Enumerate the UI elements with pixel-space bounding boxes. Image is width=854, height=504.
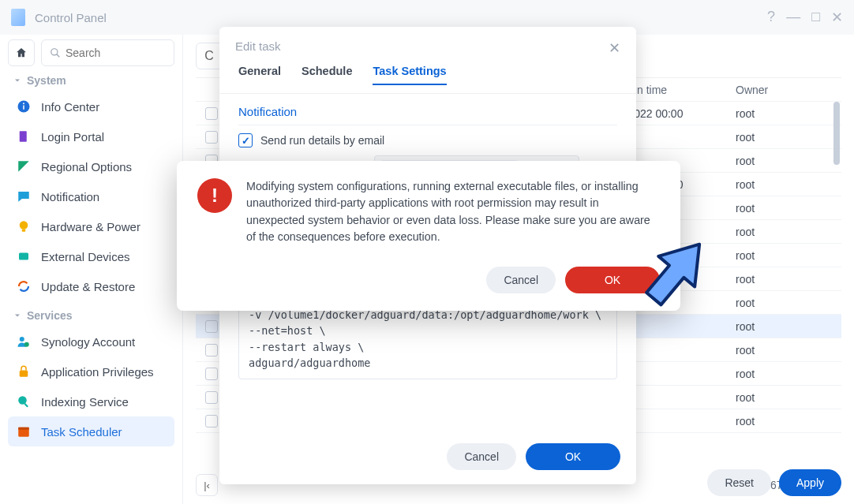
dialog-title: Edit task: [235, 39, 281, 57]
sidebar-item-task-scheduler[interactable]: Task Scheduler: [8, 416, 174, 446]
calendar-icon: [16, 424, 32, 439]
apply-button[interactable]: Apply: [779, 469, 841, 496]
notification-heading: Notification: [238, 105, 617, 118]
sidebar-item-label: Task Scheduler: [41, 425, 122, 439]
sidebar-item-label: Hardware & Power: [41, 220, 140, 233]
chevron-down-icon: [13, 76, 22, 85]
row-checkbox[interactable]: [205, 368, 218, 380]
cell-owner: root: [736, 178, 838, 191]
close-icon[interactable]: ✕: [831, 9, 843, 26]
cell-owner: root: [736, 155, 838, 167]
dialog-close-icon[interactable]: ✕: [609, 39, 620, 57]
toolbar-button[interactable]: C: [196, 43, 223, 69]
sync-icon: [16, 278, 32, 294]
sidebar-item-external-devices[interactable]: External Devices: [8, 241, 174, 271]
lock-icon: [16, 364, 32, 379]
row-checkbox[interactable]: [205, 320, 218, 333]
cell-owner: root: [736, 297, 838, 309]
chevron-down-icon: [13, 311, 22, 320]
row-checkbox[interactable]: [205, 344, 218, 357]
cell-owner: root: [736, 368, 838, 380]
bulb-icon: [16, 218, 32, 234]
row-checkbox[interactable]: [205, 107, 218, 120]
chat-icon: [16, 189, 32, 204]
svg-point-10: [24, 342, 29, 347]
sidebar-item-application-privileges[interactable]: Application Privileges: [8, 357, 174, 386]
cell-owner: root: [736, 249, 838, 262]
sidebar-item-label: Notification: [41, 190, 99, 203]
sidebar-item-label: Info Center: [41, 100, 99, 114]
cell-owner: root: [736, 202, 838, 215]
cell-owner: root: [736, 320, 838, 333]
col-owner[interactable]: Owner: [736, 84, 838, 96]
divider: [238, 125, 617, 125]
sidebar-item-indexing-service[interactable]: Indexing Service: [8, 386, 174, 416]
tab-task-settings[interactable]: Task Settings: [373, 65, 446, 85]
edit-cancel-button[interactable]: Cancel: [447, 443, 516, 470]
reset-button[interactable]: Reset: [707, 469, 771, 496]
sidebar-item-hardware-power[interactable]: Hardware & Power: [8, 211, 174, 241]
sidebar-item-login-portal[interactable]: Login Portal: [8, 121, 174, 151]
svg-point-9: [20, 337, 24, 342]
sidebar-item-regional[interactable]: Regional Options: [8, 151, 174, 181]
cell-owner: root: [736, 391, 838, 404]
home-icon: [15, 47, 28, 59]
scrollbar-thumb[interactable]: [833, 102, 840, 165]
svg-rect-15: [18, 427, 29, 430]
svg-rect-13: [24, 403, 28, 407]
app-icon: [11, 9, 25, 26]
cell-owner: root: [736, 131, 838, 144]
cell-owner: root: [736, 415, 838, 427]
section-label: Services: [27, 309, 73, 322]
svg-point-12: [18, 396, 27, 405]
svg-rect-5: [20, 131, 27, 142]
minimize-icon[interactable]: ―: [786, 9, 800, 26]
cell-owner: root: [736, 273, 838, 286]
send-email-checkbox[interactable]: ✓: [238, 133, 253, 147]
svg-point-4: [23, 103, 24, 104]
svg-rect-3: [23, 106, 24, 110]
cell-owner: root: [736, 344, 838, 357]
svg-rect-11: [20, 371, 28, 377]
sidebar-item-info-center[interactable]: Info Center: [8, 91, 174, 121]
cell-owner: root: [736, 107, 838, 120]
search-icon: [50, 47, 61, 58]
sidebar-item-synology-account[interactable]: Synology Account: [8, 327, 174, 357]
sidebar-item-label: Synology Account: [41, 335, 135, 349]
tab-schedule[interactable]: Schedule: [302, 65, 352, 85]
warn-ok-button[interactable]: OK: [565, 267, 660, 293]
row-checkbox[interactable]: [205, 131, 218, 144]
usb-icon: [16, 248, 32, 264]
row-checkbox[interactable]: [205, 391, 218, 404]
tab-general[interactable]: General: [238, 65, 281, 85]
section-system[interactable]: System: [13, 74, 170, 87]
sidebar-item-label: Regional Options: [41, 160, 132, 174]
sidebar-item-label: Login Portal: [41, 130, 104, 144]
sidebar-item-update-restore[interactable]: Update & Restore: [8, 271, 174, 301]
section-services[interactable]: Services: [13, 309, 170, 322]
home-button[interactable]: [8, 39, 35, 66]
cell-owner: root: [736, 226, 838, 238]
search-box[interactable]: [41, 39, 174, 66]
section-label: System: [27, 74, 66, 87]
pagination-button[interactable]: |‹: [196, 474, 218, 496]
sidebar: System Info Center Login Portal Regional…: [0, 35, 183, 504]
row-checkbox[interactable]: [205, 415, 218, 427]
search-input[interactable]: [66, 47, 166, 59]
help-icon[interactable]: ?: [767, 9, 775, 26]
warn-cancel-button[interactable]: Cancel: [486, 267, 556, 293]
info-icon: [16, 99, 32, 114]
door-icon: [16, 129, 32, 144]
sidebar-item-notification[interactable]: Notification: [8, 181, 174, 211]
edit-ok-button[interactable]: OK: [526, 443, 620, 470]
sidebar-item-label: External Devices: [41, 250, 130, 263]
sidebar-item-label: Update & Restore: [41, 280, 135, 293]
maximize-icon[interactable]: □: [811, 9, 820, 26]
warning-icon: !: [197, 178, 232, 213]
user-icon: [16, 334, 32, 349]
svg-rect-8: [19, 253, 28, 260]
search-doc-icon: [16, 394, 32, 409]
sidebar-item-label: Indexing Service: [41, 395, 129, 409]
svg-point-6: [20, 221, 28, 230]
svg-rect-7: [22, 230, 26, 232]
